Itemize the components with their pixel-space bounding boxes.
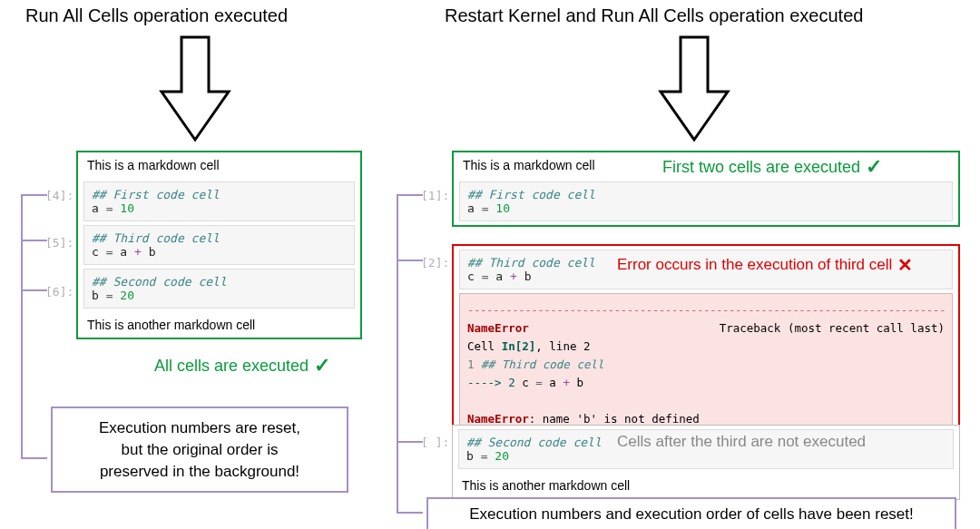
- code-var: b: [92, 289, 99, 302]
- bracket-icon: [11, 186, 49, 467]
- err-cellref: Cell: [467, 339, 502, 353]
- check-icon: ✓: [314, 354, 330, 377]
- cross-icon: ✕: [897, 254, 913, 276]
- err-ln-b: b: [576, 376, 583, 389]
- err-ln-c: c: [522, 376, 529, 389]
- exec-count: [4]:: [45, 189, 74, 202]
- exec-count: [6]:: [45, 285, 74, 299]
- err-name2: NameError: [467, 412, 529, 426]
- code-eq: =: [474, 449, 495, 463]
- left-heading: Run All Cells operation executed: [25, 5, 288, 26]
- code-op: +: [503, 269, 524, 283]
- code-var: b: [466, 449, 474, 463]
- exec-count: [2]:: [421, 256, 449, 269]
- right-top-label: First two cells are executed ✓: [662, 155, 882, 179]
- code-var: c: [467, 269, 475, 283]
- code-var: c: [92, 245, 99, 259]
- err-ln-body: ## Third code cell: [481, 358, 603, 371]
- markdown-cell: This is a markdown cell: [78, 152, 360, 178]
- code-comment: ## Second code cell: [92, 275, 227, 289]
- right-callout: Execution numbers and execution order of…: [426, 497, 956, 529]
- exec-count: [5]:: [45, 236, 74, 250]
- code-comment: ## First code cell: [92, 188, 220, 201]
- code-eq: =: [99, 245, 120, 259]
- right-error-label: Error occurs in the execution of third c…: [617, 254, 913, 276]
- code-var: b: [524, 269, 532, 283]
- code-num: 10: [495, 201, 510, 215]
- err-lineref: , line 2: [535, 339, 590, 353]
- code-var: a: [467, 201, 475, 215]
- code-eq: =: [99, 289, 120, 302]
- right-bottom-label: Cells after the third are not executed: [617, 433, 866, 451]
- code-cell-3: ## Second code cell b = 20: [83, 269, 355, 309]
- bracket-icon: [387, 186, 425, 522]
- code-comment: ## Second code cell: [466, 436, 602, 449]
- code-eq: =: [99, 201, 120, 215]
- arrow-down-icon: [653, 33, 735, 146]
- exec-count: [1]:: [421, 189, 449, 202]
- code-eq: =: [475, 269, 495, 283]
- right-heading: Restart Kernel and Run All Cells operati…: [445, 5, 863, 26]
- err-ln-plus: +: [556, 376, 577, 389]
- label-text: Error occurs in the execution of third c…: [617, 256, 892, 274]
- callout-text: Execution numbers and execution order of…: [469, 505, 914, 523]
- callout-text: Execution numbers are reset, but the ori…: [99, 419, 300, 480]
- err-trace: Traceback (most recent call last): [720, 319, 945, 338]
- err-ln: 1: [467, 358, 481, 371]
- arrow-down-icon: [154, 33, 236, 146]
- left-callout: Execution numbers are reset, but the ori…: [51, 407, 348, 493]
- left-notebook-panel: This is a markdown cell ## First code ce…: [76, 151, 362, 339]
- code-var: a: [120, 245, 127, 259]
- err-ln-a: a: [549, 376, 556, 389]
- code-cell-2: ## Third code cell c = a + b: [83, 225, 355, 265]
- code-var: a: [495, 269, 503, 283]
- code-var: a: [92, 201, 99, 215]
- err-dash: ----------------------------------------…: [467, 301, 945, 319]
- code-num: 20: [495, 449, 509, 463]
- err-arrow: ----> 2: [467, 376, 522, 389]
- check-icon: ✓: [866, 155, 882, 179]
- markdown-cell: This is another markdown cell: [78, 312, 360, 338]
- code-num: 20: [120, 289, 134, 302]
- err-in: In[2]: [502, 339, 536, 353]
- err-msg: : name 'b' is not defined: [529, 412, 700, 426]
- code-comment: ## Third code cell: [92, 231, 220, 245]
- err-name: NameError: [467, 321, 529, 335]
- code-comment: ## Third code cell: [467, 256, 595, 269]
- code-cell-1: ## First code cell a = 10: [83, 181, 355, 221]
- err-ln-eq: =: [529, 376, 550, 389]
- code-num: 10: [120, 201, 134, 215]
- success-text: All cells are executed: [154, 357, 309, 376]
- markdown-cell: This is another markdown cell: [453, 473, 959, 498]
- label-text: First two cells are executed: [662, 158, 860, 177]
- code-var: b: [149, 245, 156, 259]
- code-eq: =: [475, 201, 495, 215]
- code-cell-1: ## First code cell a = 10: [459, 181, 953, 221]
- code-comment: ## First code cell: [467, 188, 595, 201]
- error-traceback: ----------------------------------------…: [459, 293, 953, 436]
- code-op: +: [127, 245, 148, 259]
- left-success-label: All cells are executed ✓: [154, 354, 330, 377]
- exec-count: [ ]:: [421, 436, 449, 449]
